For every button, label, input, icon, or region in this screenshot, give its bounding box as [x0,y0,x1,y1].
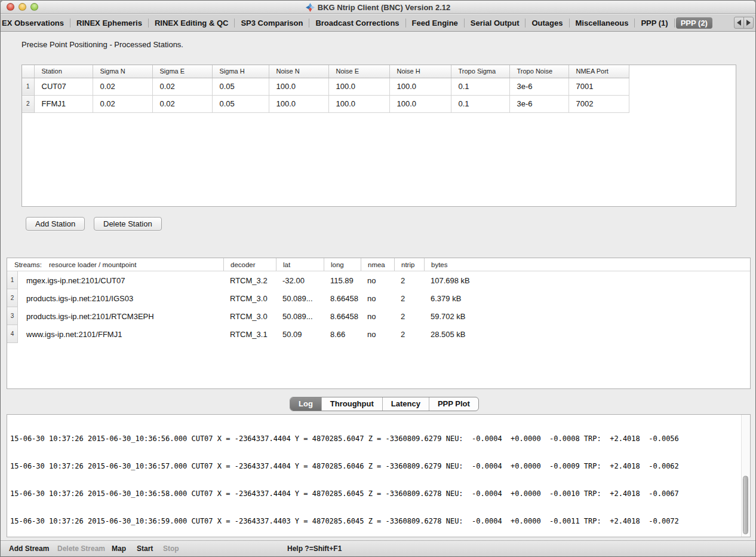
column-header-noise-h[interactable]: Noise H [389,65,451,78]
tab-serial-output[interactable]: Serial Output [466,17,524,29]
tab-rinex-ephemeris[interactable]: RINEX Ephemeris [72,17,147,29]
tab-ppp-2[interactable]: PPP (2) [676,17,712,29]
ppp-heading: Precise Point Positioning - Processed St… [21,40,183,49]
log-scrollbar-track[interactable] [741,415,750,537]
station-cell[interactable]: FFMJ1 [34,95,93,112]
decoder-cell: RTCM_3.0 [223,307,276,325]
noise-n-cell[interactable]: 100.0 [269,78,328,95]
row-number: 4 [7,325,18,343]
stream-row-cut07[interactable]: 1 mgex.igs-ip.net:2101/CUT07 RTCM_3.2 -3… [7,271,750,289]
column-header-ntrip[interactable]: ntrip [394,258,424,271]
stream-row-rtcm3eph[interactable]: 3 products.igs-ip.net:2101/RTCM3EPH RTCM… [7,307,750,325]
tropo-noise-cell[interactable]: 3e-6 [509,95,568,112]
stream-row-ffmj1[interactable]: 4 www.igs-ip.net:2101/FFMJ1 RTCM_3.1 50.… [7,325,750,343]
column-header-station[interactable]: Station [34,65,93,78]
tab-rinex-editing-qc[interactable]: RINEX Editing & QC [150,17,233,29]
add-station-button[interactable]: Add Station [26,217,85,231]
tab-separator [525,19,525,27]
tab-feed-engine[interactable]: Feed Engine [407,17,463,29]
column-header-long[interactable]: long [324,258,361,271]
column-header-noise-n[interactable]: Noise N [269,65,328,78]
column-header-nmea-port[interactable]: NMEA Port [568,65,629,78]
station-cell[interactable]: CUT07 [34,78,93,95]
tab-latency[interactable]: Latency [382,397,429,411]
close-window-button[interactable] [7,3,14,11]
column-header-sigma-h[interactable]: Sigma H [212,65,269,78]
noise-e-cell[interactable]: 100.0 [328,95,389,112]
lat-cell: 50.089... [276,289,324,307]
tab-separator [464,19,465,27]
mountpoint-cell: www.igs-ip.net:2101/FFMJ1 [18,325,223,343]
tropo-sigma-cell[interactable]: 0.1 [451,78,509,95]
nmea-cell: no [361,289,394,307]
sigma-n-cell[interactable]: 0.02 [93,78,152,95]
delete-station-button[interactable]: Delete Station [94,217,162,231]
tab-ppp-1[interactable]: PPP (1) [636,17,672,29]
mountpoint-cell: products.igs-ip.net:2101/RTCM3EPH [18,307,223,325]
column-header-mountpoint[interactable]: Streams: resource loader / mountpoint [7,258,223,271]
bnc-window: BKG Ntrip Client (BNC) Version 2.12 EX O… [0,0,756,557]
window-title-area: BKG Ntrip Client (BNC) Version 2.12 [1,1,755,14]
sigma-h-cell[interactable]: 0.05 [212,95,269,112]
log-scrollbar-thumb[interactable] [743,476,748,534]
delete-stream-button: Delete Stream [57,541,105,556]
long-cell: 115.89 [324,271,361,289]
station-row-cut07[interactable]: 1 CUT07 0.02 0.02 0.05 100.0 100.0 100.0… [22,78,629,95]
zoom-window-button[interactable] [30,3,38,11]
tab-throughput[interactable]: Throughput [321,397,382,411]
column-header-tropo-noise[interactable]: Tropo Noise [509,65,568,78]
tab-separator [634,19,635,27]
tab-scroll-left-button[interactable] [734,17,744,29]
map-button[interactable]: Map [112,541,126,556]
log-line: 15-06-30 10:37:26 2015-06-30_10:36:59.00… [10,517,740,526]
tab-rinex-observations[interactable]: EX Observations [1,17,69,29]
nmea-port-cell[interactable]: 7002 [568,95,629,112]
nmea-cell: no [361,271,394,289]
long-cell: 8.66458 [324,307,361,325]
column-header-sigma-n[interactable]: Sigma N [93,65,152,78]
log-output-area[interactable]: 15-06-30 10:37:26 2015-06-30_10:36:56.00… [7,414,751,537]
tropo-noise-cell[interactable]: 3e-6 [509,78,568,95]
arrow-right-icon [746,20,751,26]
column-header-decoder[interactable]: decoder [223,258,276,271]
row-number: 2 [7,289,18,307]
minimize-window-button[interactable] [19,3,26,11]
tab-sp3-comparison[interactable]: SP3 Comparison [236,17,308,29]
stream-row-igs03[interactable]: 2 products.igs-ip.net:2101/IGS03 RTCM_3.… [7,289,750,307]
tab-ppp-plot[interactable]: PPP Plot [429,397,478,411]
tab-miscellaneous[interactable]: Miscellaneous [571,17,634,29]
sigma-e-cell[interactable]: 0.02 [152,95,212,112]
column-header-lat[interactable]: lat [276,258,324,271]
noise-e-cell[interactable]: 100.0 [328,78,389,95]
bnc-app-icon [306,3,315,12]
long-cell: 8.66458 [324,289,361,307]
mountpoint-column-label: resource loader / mountpoint [49,261,136,268]
sigma-e-cell[interactable]: 0.02 [152,78,212,95]
window-controls [7,3,38,11]
add-stream-button[interactable]: Add Stream [9,541,49,556]
start-button[interactable]: Start [137,541,153,556]
streams-label: Streams: [14,261,42,268]
noise-h-cell[interactable]: 100.0 [389,78,451,95]
tropo-sigma-cell[interactable]: 0.1 [451,95,509,112]
stations-table: Station Sigma N Sigma E Sigma H Noise N … [22,65,629,113]
tab-broadcast-corrections[interactable]: Broadcast Corrections [311,17,404,29]
nmea-port-cell[interactable]: 7001 [568,78,629,95]
noise-n-cell[interactable]: 100.0 [269,95,328,112]
column-header-noise-e[interactable]: Noise E [328,65,389,78]
column-header-tropo-sigma[interactable]: Tropo Sigma [451,65,509,78]
column-header-sigma-e[interactable]: Sigma E [152,65,212,78]
tab-scroll-right-button[interactable] [743,17,754,29]
tab-outages[interactable]: Outages [527,17,567,29]
sigma-h-cell[interactable]: 0.05 [212,78,269,95]
noise-h-cell[interactable]: 100.0 [389,95,451,112]
station-row-ffmj1[interactable]: 2 FFMJ1 0.02 0.02 0.05 100.0 100.0 100.0… [22,95,629,112]
row-number: 1 [7,271,18,289]
column-header-nmea[interactable]: nmea [361,258,394,271]
column-header-bytes[interactable]: bytes [424,258,479,271]
tab-log[interactable]: Log [290,397,321,411]
tab-separator [569,19,570,27]
help-shortcut-label[interactable]: Help ?=Shift+F1 [287,541,342,556]
sigma-n-cell[interactable]: 0.02 [93,95,152,112]
window-title: BKG Ntrip Client (BNC) Version 2.12 [318,3,450,12]
